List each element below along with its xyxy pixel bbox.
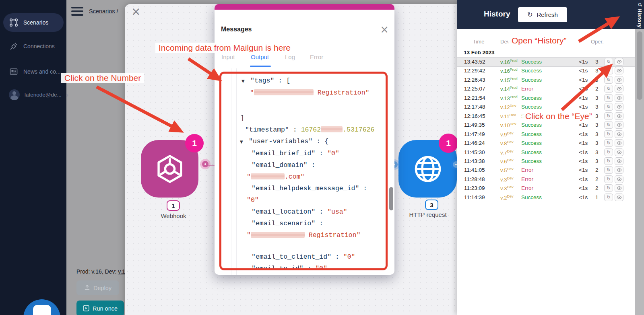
collapse-arrow-icon[interactable]: ▼ xyxy=(240,136,249,148)
eye-button[interactable] xyxy=(615,194,623,201)
run-duration: <1s xyxy=(579,104,588,110)
sidebar-item-news[interactable]: News and co... xyxy=(3,64,64,80)
rerun-button[interactable]: ↻ xyxy=(604,76,613,84)
sidebar-item-connections[interactable]: Connections xyxy=(3,38,64,54)
history-side-tab[interactable]: ↺ History xyxy=(637,2,643,28)
modal-accent-bar xyxy=(215,4,394,10)
rerun-button[interactable]: ↻ xyxy=(604,103,613,111)
history-row[interactable]: 11:46:24v.8DevSuccess<1s3↻ xyxy=(457,139,637,148)
webhook-run-count-badge[interactable]: 1 xyxy=(185,134,204,152)
deploy-icon xyxy=(84,284,90,292)
sidebar-item-scenarios[interactable]: Scenarios xyxy=(3,13,64,32)
column-header-oper: Oper. xyxy=(591,39,604,45)
history-row[interactable]: 11:41:05v.5DevError<1s2↻ xyxy=(457,166,637,175)
history-scrollbar-thumb[interactable] xyxy=(637,31,642,100)
eye-button[interactable] xyxy=(615,130,623,138)
eye-button[interactable] xyxy=(615,76,623,84)
history-row[interactable]: 12:29:42v.16ProdSuccess<1s3↻ xyxy=(457,66,637,75)
rerun-button[interactable]: ↻ xyxy=(604,85,613,93)
run-status: Success xyxy=(521,59,542,65)
rerun-button[interactable]: ↻ xyxy=(604,139,613,147)
eye-button[interactable] xyxy=(615,148,623,156)
run-version: v.8Dev xyxy=(500,140,513,146)
modal-title: Messages xyxy=(221,26,252,33)
history-row[interactable]: 13:43:52v.16ProdSuccess<1s3↻ xyxy=(457,58,637,66)
history-row[interactable]: 11:49:35v.10DevSuccess<1s3↻ xyxy=(457,121,637,130)
collapse-arrow-icon[interactable]: ▼ xyxy=(242,75,250,87)
deploy-button[interactable]: Deploy xyxy=(76,280,119,295)
history-row[interactable]: 11:43:38v.6DevSuccess<1s3↻ xyxy=(457,157,637,166)
eye-button[interactable] xyxy=(615,67,623,74)
run-once-button[interactable]: Run once xyxy=(76,301,124,315)
eye-button[interactable] xyxy=(615,85,623,93)
eye-button[interactable] xyxy=(615,112,623,120)
run-time: 12:21:54 xyxy=(464,95,485,101)
tab-output[interactable]: Output xyxy=(251,54,269,60)
annotation-click-eye: Click on the “Eye” xyxy=(522,111,595,121)
http-output-port[interactable] xyxy=(453,161,457,168)
modal-close-icon[interactable]: × xyxy=(380,23,389,35)
refresh-button[interactable]: ↻ Refresh xyxy=(518,7,567,22)
dev-version-link[interactable]: v.1 xyxy=(118,268,125,275)
rerun-button[interactable]: ↻ xyxy=(604,67,613,74)
sidebar-item-account[interactable]: latenode@de... › xyxy=(3,86,64,103)
history-row[interactable]: 12:26:43v.15ProdSuccess<1s3↻ xyxy=(457,76,637,84)
rerun-button[interactable]: ↻ xyxy=(604,166,613,174)
rerun-button[interactable]: ↻ xyxy=(604,130,613,138)
history-row[interactable]: 12:17:48v.12DevSuccess<1s3↻ xyxy=(457,103,637,111)
run-ops-count: 3 xyxy=(595,149,599,155)
rerun-button[interactable]: ↻ xyxy=(604,94,613,102)
annotation-click-number: Click on the Number xyxy=(61,73,144,83)
run-duration: <1s xyxy=(579,122,588,128)
run-ops-count: 3 xyxy=(595,68,599,74)
history-scrollbar-track[interactable] xyxy=(635,29,644,315)
eye-button[interactable] xyxy=(615,157,623,165)
rerun-button[interactable]: ↻ xyxy=(604,58,613,66)
eye-button[interactable] xyxy=(615,166,623,174)
rerun-button[interactable]: ↻ xyxy=(604,157,613,165)
history-row[interactable]: 12:25:07v.14ProdError<1s2↻ xyxy=(457,84,637,93)
http-run-count-badge[interactable]: 1 xyxy=(439,134,457,153)
breadcrumb: Scenarios / xyxy=(89,8,118,14)
breadcrumb-scenarios-link[interactable]: Scenarios xyxy=(89,8,115,14)
http-order-chip: 3 xyxy=(425,200,438,210)
history-row[interactable]: 11:28:48v.3DevError<1s2↻ xyxy=(457,175,637,184)
run-status: Success xyxy=(521,122,542,128)
run-ops-count: 3 xyxy=(595,131,599,137)
tab-error[interactable]: Error xyxy=(310,54,323,60)
play-icon xyxy=(83,305,89,313)
history-row[interactable]: 12:21:54v.13ProdSuccess<1s3↻ xyxy=(457,94,637,103)
eye-button[interactable] xyxy=(615,94,623,102)
history-row[interactable]: 11:47:49v.9DevSuccess<1s3↻ xyxy=(457,130,637,139)
modal-scrollbar[interactable] xyxy=(389,187,393,210)
scenarios-icon xyxy=(9,18,19,27)
rerun-button[interactable]: ↻ xyxy=(604,112,613,120)
rerun-button[interactable]: ↻ xyxy=(604,175,613,183)
eye-button[interactable] xyxy=(615,184,623,192)
webhook-output-port[interactable] xyxy=(202,161,208,167)
history-row[interactable]: 11:45:30v.7DevSuccess<1s3↻ xyxy=(457,148,637,157)
hamburger-menu-icon[interactable] xyxy=(71,7,83,16)
eye-button[interactable] xyxy=(615,139,623,147)
webhook-node-label: Webhook xyxy=(139,212,208,219)
run-version: v.3Dev xyxy=(500,176,513,183)
modal-header: Messages × xyxy=(215,10,394,42)
chat-icon xyxy=(33,305,51,315)
run-status: Success xyxy=(521,194,542,200)
history-row[interactable]: 11:23:09v.3DevError<1s2↻ xyxy=(457,184,637,193)
history-row[interactable]: 11:14:39v.2DevSuccess<1s1↻ xyxy=(457,193,637,202)
rerun-button[interactable]: ↻ xyxy=(604,184,613,192)
eye-button[interactable] xyxy=(615,103,623,111)
eye-button[interactable] xyxy=(615,121,623,129)
rerun-button[interactable]: ↻ xyxy=(604,148,613,156)
run-ops-count: 1 xyxy=(595,194,599,200)
rerun-button[interactable]: ↻ xyxy=(604,121,613,129)
tab-input[interactable]: Input xyxy=(221,54,235,60)
close-panel-icon[interactable]: × xyxy=(131,5,140,18)
rerun-button[interactable]: ↻ xyxy=(604,194,613,201)
eye-button[interactable] xyxy=(615,175,623,183)
eye-button[interactable] xyxy=(615,58,623,66)
tab-log[interactable]: Log xyxy=(285,54,295,60)
run-time: 11:14:39 xyxy=(464,194,485,200)
run-duration: <1s xyxy=(579,158,588,164)
